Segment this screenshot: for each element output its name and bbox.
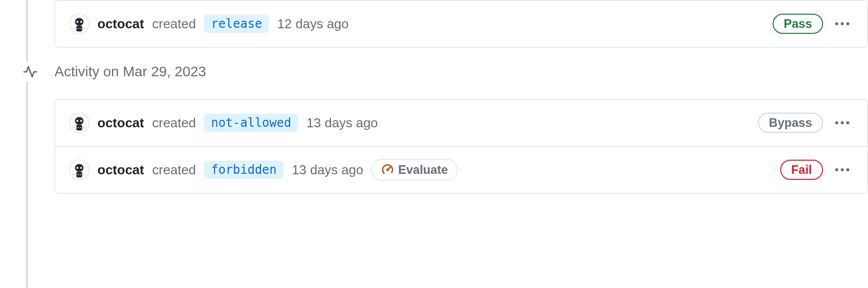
svg-point-9 <box>80 120 82 122</box>
avatar[interactable] <box>69 160 89 180</box>
ref-label[interactable]: forbidden <box>204 161 284 179</box>
status-badge: Fail <box>780 160 823 180</box>
kebab-icon <box>835 168 849 171</box>
kebab-menu-button[interactable] <box>831 112 853 134</box>
activity-group: octocat created release 12 days ago Pass <box>55 0 868 47</box>
ref-label[interactable]: not-allowed <box>204 114 298 132</box>
timestamp: 13 days ago <box>292 162 363 178</box>
svg-point-7 <box>75 117 83 125</box>
svg-point-15 <box>80 167 82 169</box>
kebab-menu-button[interactable] <box>831 159 853 181</box>
kebab-icon <box>835 22 849 25</box>
kebab-menu-button[interactable] <box>831 13 853 35</box>
date-heading: Activity on Mar 29, 2023 <box>55 64 868 80</box>
pulse-icon <box>20 62 40 82</box>
status-badge: Pass <box>773 14 823 34</box>
action-text: created <box>152 16 196 32</box>
avatar[interactable] <box>69 14 89 34</box>
gauge-icon <box>381 163 394 176</box>
activity-item: octocat created forbidden 13 days ago Ev… <box>55 146 868 194</box>
timestamp: 13 days ago <box>306 115 378 131</box>
svg-point-8 <box>76 120 78 122</box>
svg-point-1 <box>75 18 83 26</box>
actor-link[interactable]: octocat <box>97 16 144 32</box>
activity-item: octocat created not-allowed 13 days ago … <box>55 99 868 146</box>
action-text: created <box>152 115 196 131</box>
action-text: created <box>152 162 196 178</box>
avatar[interactable] <box>69 113 89 133</box>
timestamp: 12 days ago <box>277 16 349 32</box>
kebab-icon <box>835 121 849 124</box>
actor-link[interactable]: octocat <box>97 115 144 131</box>
evaluate-label: Evaluate <box>398 163 448 177</box>
actor-link[interactable]: octocat <box>97 162 144 178</box>
activity-item: octocat created release 12 days ago Pass <box>55 0 868 47</box>
evaluate-button[interactable]: Evaluate <box>371 159 458 180</box>
date-heading-text: Activity on Mar 29, 2023 <box>55 64 206 80</box>
activity-group: octocat created not-allowed 13 days ago … <box>55 99 868 194</box>
svg-point-3 <box>80 21 82 23</box>
status-badge: Bypass <box>758 113 823 133</box>
svg-line-20 <box>388 167 390 170</box>
svg-point-14 <box>76 167 78 169</box>
ref-label[interactable]: release <box>204 15 269 33</box>
svg-point-13 <box>75 164 83 172</box>
svg-point-2 <box>76 21 78 23</box>
